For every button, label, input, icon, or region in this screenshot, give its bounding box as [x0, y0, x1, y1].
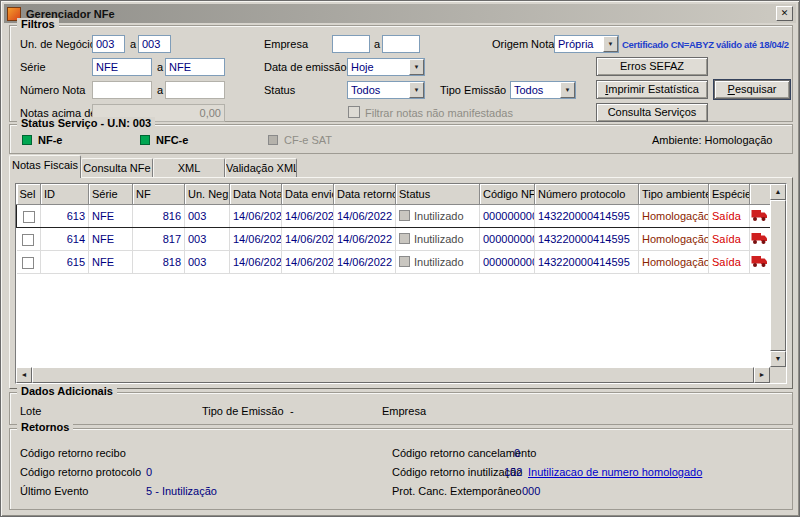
- ultimo-evento-label: Último Evento: [20, 485, 88, 497]
- close-button[interactable]: ✕: [776, 6, 793, 21]
- cell-status: Inutilizado: [396, 251, 480, 274]
- cell-status: Inutilizado: [396, 205, 480, 228]
- numero-nota-to-input[interactable]: [165, 81, 225, 99]
- imprimir-estatistica-button[interactable]: Imprimir Estatística: [596, 80, 708, 99]
- cell-nf: 818: [133, 251, 185, 274]
- table-row[interactable]: 615 NFE 818 003 14/06/2022 14/06/2022 14…: [17, 251, 771, 274]
- cell-icon: [750, 205, 771, 228]
- cell-codigo-nfe: 000000000: [480, 228, 535, 251]
- col-header-status[interactable]: Status: [396, 184, 480, 205]
- numero-nota-from-input[interactable]: [92, 81, 152, 99]
- horizontal-scrollbar[interactable]: ◄ ►: [16, 367, 770, 383]
- scroll-up-button[interactable]: ▲: [770, 184, 786, 200]
- dropdown-arrow-icon[interactable]: ▼: [603, 36, 618, 52]
- cell-sel: [17, 205, 41, 228]
- recibo-label: Código retorno recibo: [20, 447, 126, 459]
- retornos-title: Retornos: [17, 421, 73, 433]
- cell-serie: NFE: [89, 205, 133, 228]
- cell-serie: NFE: [89, 228, 133, 251]
- horizontal-scroll-thumb[interactable]: [32, 367, 754, 383]
- col-header-data-envio[interactable]: Data envio: [282, 184, 334, 205]
- app-window: Gerenciador NFe ✕ Filtros Un. de Negócio…: [0, 0, 800, 517]
- cell-data-nota: 14/06/2022: [230, 228, 282, 251]
- tab-notas-fiscais[interactable]: Notas Fiscais: [9, 155, 81, 178]
- dados-adicionais-title: Dados Adicionais: [17, 385, 117, 397]
- serie-from-input[interactable]: NFE: [92, 58, 152, 76]
- cell-data-nota: 14/06/2022: [230, 251, 282, 274]
- cancelamento-value: 0: [514, 447, 520, 459]
- cell-codigo-nfe: 000000000: [480, 251, 535, 274]
- dropdown-arrow-icon[interactable]: ▼: [409, 82, 424, 98]
- tab-panel: Sel ID Série NF Un. Neg. Data Nota Data …: [9, 177, 793, 389]
- col-header-sel[interactable]: Sel: [17, 184, 41, 205]
- cell-data-retorno: 14/06/2022: [334, 205, 396, 228]
- tab-consulta-nfe[interactable]: Consulta NFe: [81, 158, 153, 177]
- cell-tipo-ambiente: Homologação: [639, 251, 709, 274]
- truck-icon: [751, 209, 768, 222]
- range-separator: a: [157, 61, 163, 73]
- row-checkbox[interactable]: [23, 211, 35, 223]
- vertical-scroll-thumb[interactable]: [770, 200, 786, 351]
- empresa-label: Empresa: [264, 38, 308, 50]
- nfe-status-label: NF-e: [38, 134, 62, 146]
- scroll-right-button[interactable]: ►: [754, 367, 770, 383]
- col-header-id[interactable]: ID: [41, 184, 89, 205]
- scroll-left-button[interactable]: ◄: [16, 367, 32, 383]
- vertical-scrollbar[interactable]: ▲ ▼: [770, 184, 786, 367]
- col-header-icon[interactable]: [750, 184, 771, 205]
- range-separator: a: [130, 38, 136, 50]
- un-negocio-from-input[interactable]: 003: [92, 35, 125, 53]
- lote-label: Lote: [20, 405, 41, 417]
- cell-data-envio: 14/06/2022: [282, 228, 334, 251]
- scroll-down-button[interactable]: ▼: [770, 351, 786, 367]
- cell-serie: NFE: [89, 251, 133, 274]
- cell-data-retorno: 14/06/2022: [334, 251, 396, 274]
- col-header-tipo-ambiente[interactable]: Tipo ambiente: [639, 184, 709, 205]
- cfesat-status-label: CF-e SAT: [284, 134, 332, 146]
- cell-sel: [17, 228, 41, 251]
- col-header-un-neg[interactable]: Un. Neg.: [185, 184, 230, 205]
- un-negocio-to-input[interactable]: 003: [138, 35, 171, 53]
- cell-especie: Saída: [709, 205, 750, 228]
- tipo-emissao-select[interactable]: Todos ▼: [510, 81, 576, 99]
- col-header-nf[interactable]: NF: [133, 184, 185, 205]
- data-emissao-select[interactable]: Hoje ▼: [347, 58, 425, 76]
- col-header-data-retorno[interactable]: Data retorno: [334, 184, 396, 205]
- cell-tipo-ambiente: Homologação: [639, 228, 709, 251]
- col-header-codigo-nfe[interactable]: Código NFe: [480, 184, 535, 205]
- origem-nota-select[interactable]: Própria ▼: [554, 35, 619, 53]
- dropdown-arrow-icon[interactable]: ▼: [409, 59, 424, 75]
- col-header-data-nota[interactable]: Data Nota: [230, 184, 282, 205]
- row-checkbox[interactable]: [22, 257, 34, 269]
- tab-xml[interactable]: XML: [153, 158, 225, 177]
- erros-sefaz-button[interactable]: Erros SEFAZ: [596, 57, 708, 76]
- status-select[interactable]: Todos ▼: [347, 81, 425, 99]
- pesquisar-button[interactable]: Pesquisar: [714, 80, 790, 99]
- status-servico-groupbox: Status Serviço - U.N: 003 NF-e NFC-e CF-…: [9, 124, 793, 154]
- consulta-servicos-button[interactable]: Consulta Serviços: [596, 103, 708, 122]
- dropdown-arrow-icon[interactable]: ▼: [560, 82, 575, 98]
- table-row[interactable]: 613 NFE 816 003 14/06/2022 14/06/2022 14…: [17, 205, 771, 228]
- serie-to-input[interactable]: NFE: [165, 58, 225, 76]
- empresa-to-input[interactable]: [382, 35, 420, 53]
- inutilizacao-link[interactable]: Inutilizacao de numero homologado: [528, 466, 702, 478]
- empresa-from-input[interactable]: [332, 35, 370, 53]
- inutilizacao-label: Código retorno inutilização: [392, 466, 522, 478]
- cell-data-envio: 14/06/2022: [282, 205, 334, 228]
- cell-numero-protocolo: 143220000414595: [535, 251, 639, 274]
- tipo-emissao-label: Tipo Emissão: [440, 84, 506, 96]
- scroll-left-icon: ◄: [21, 371, 28, 378]
- filters-title: Filtros: [17, 18, 59, 30]
- tab-validacao-xml[interactable]: Validação XML: [225, 158, 297, 177]
- col-header-numero-protocolo[interactable]: Número protocolo: [535, 184, 639, 205]
- scroll-down-icon: ▼: [775, 355, 782, 362]
- notas-table: Sel ID Série NF Un. Neg. Data Nota Data …: [16, 184, 771, 274]
- retorno-protocolo-value: 0: [146, 466, 152, 478]
- col-header-serie[interactable]: Série: [89, 184, 133, 205]
- cell-numero-protocolo: 143220000414595: [535, 205, 639, 228]
- un-negocio-label: Un. de Negócio: [20, 38, 96, 50]
- row-checkbox[interactable]: [22, 234, 34, 246]
- cell-tipo-ambiente: Homologação: [639, 205, 709, 228]
- col-header-especie[interactable]: Espécie: [709, 184, 750, 205]
- table-row[interactable]: 614 NFE 817 003 14/06/2022 14/06/2022 14…: [17, 228, 771, 251]
